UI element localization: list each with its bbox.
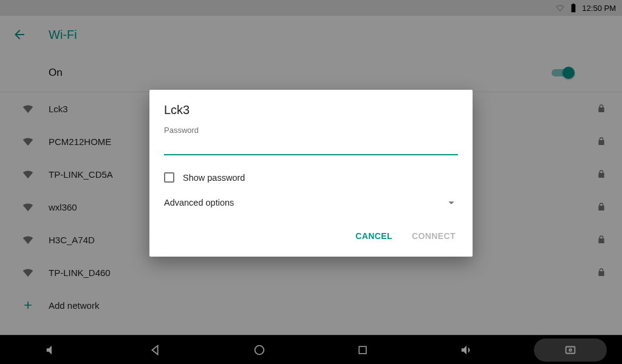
- connect-button[interactable]: CONNECT: [409, 226, 458, 246]
- password-field-label: Password: [164, 126, 458, 135]
- show-password-checkbox[interactable]: [164, 172, 174, 183]
- chevron-down-icon: [445, 196, 458, 209]
- dialog-actions: CANCEL CONNECT: [164, 226, 458, 251]
- show-password-row[interactable]: Show password: [164, 172, 458, 183]
- advanced-options-label: Advanced options: [164, 198, 234, 207]
- cancel-button[interactable]: CANCEL: [353, 226, 395, 246]
- dialog-title: Lck3: [164, 103, 458, 117]
- wifi-connect-dialog: Lck3 Password Show password Advanced opt…: [149, 90, 473, 257]
- advanced-options-row[interactable]: Advanced options: [164, 196, 458, 209]
- show-password-label: Show password: [183, 173, 245, 183]
- password-input[interactable]: [164, 137, 458, 155]
